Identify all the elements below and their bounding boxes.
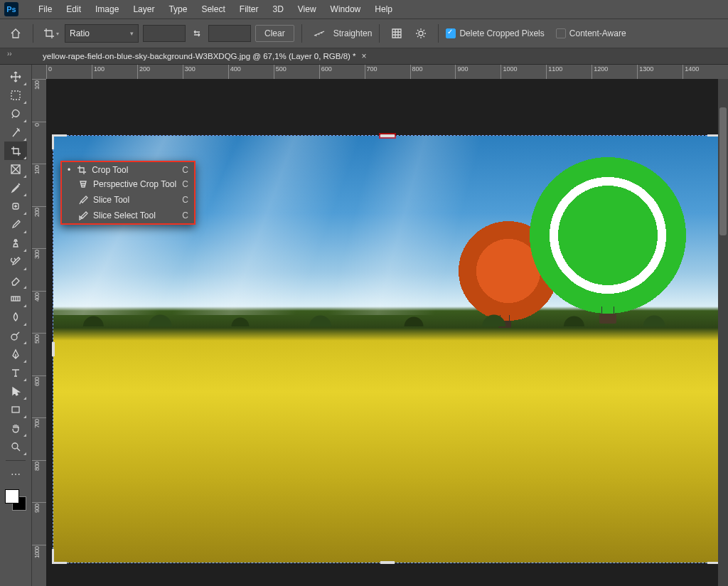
crop-handle-tl[interactable] xyxy=(52,134,67,149)
lasso-tool[interactable] xyxy=(4,105,27,123)
divider xyxy=(6,460,26,461)
ratio-preset-dropdown[interactable]: Ratio ▾ xyxy=(65,24,139,43)
type-tool[interactable] xyxy=(4,363,27,382)
healing-brush-tool[interactable] xyxy=(4,197,27,215)
app-logo: Ps xyxy=(4,2,18,16)
crop-handle-top[interactable] xyxy=(380,134,395,137)
straighten-icon[interactable] xyxy=(309,23,329,43)
menu-bar: Ps File Edit Image Layer Type Select Fil… xyxy=(0,0,728,18)
flyout-perspective-crop-tool[interactable]: Perspective Crop Tool C xyxy=(62,176,194,192)
scrollbar-thumb[interactable] xyxy=(719,107,727,235)
delete-cropped-checkbox[interactable]: Delete Cropped Pixels xyxy=(446,28,544,38)
document-canvas[interactable] xyxy=(46,79,728,586)
divider xyxy=(438,24,439,43)
svg-rect-6 xyxy=(12,407,19,412)
crop-handle-bl[interactable] xyxy=(52,549,67,564)
slice-select-icon xyxy=(77,211,89,220)
menu-filter[interactable]: Filter xyxy=(232,0,266,18)
vertical-ruler[interactable]: 100 0 100 200 300 400 500 600 700 800 90… xyxy=(32,79,47,586)
collapse-chevron-icon[interactable]: ›› xyxy=(7,50,12,58)
crop-height-input[interactable] xyxy=(208,25,251,42)
divider xyxy=(33,24,33,43)
options-bar: ▾ Ratio ▾ Clear Straighten Delete Croppe… xyxy=(0,18,728,48)
vertical-scrollbar[interactable] xyxy=(718,79,728,586)
svg-rect-1 xyxy=(11,91,20,100)
path-selection-tool[interactable] xyxy=(4,382,27,400)
content-aware-checkbox[interactable]: Content-Aware xyxy=(556,28,626,38)
menu-image[interactable]: Image xyxy=(88,0,126,18)
crop-icon xyxy=(76,165,87,175)
flyout-slice-tool[interactable]: Slice Tool C xyxy=(62,192,194,208)
eraser-tool[interactable] xyxy=(4,271,27,289)
overlay-grid-button[interactable] xyxy=(387,23,407,43)
menu-select[interactable]: Select xyxy=(194,0,232,18)
horizontal-ruler[interactable]: 0 100 200 300 400 500 600 700 800 900 10… xyxy=(46,65,728,80)
flyout-slice-select-tool[interactable]: Slice Select Tool C xyxy=(62,208,194,223)
blur-tool[interactable] xyxy=(4,308,27,326)
slice-icon xyxy=(77,195,89,205)
brush-tool[interactable] xyxy=(4,215,27,234)
pen-tool[interactable] xyxy=(4,345,27,363)
crop-tool[interactable] xyxy=(4,142,27,160)
menu-layer[interactable]: Layer xyxy=(126,0,161,18)
menu-3d[interactable]: 3D xyxy=(265,0,290,18)
menu-window[interactable]: Window xyxy=(323,0,368,18)
crop-width-input[interactable] xyxy=(143,25,186,42)
clear-button[interactable]: Clear xyxy=(255,25,294,42)
marquee-tool[interactable] xyxy=(4,86,27,105)
dodge-tool[interactable] xyxy=(4,326,27,345)
history-brush-tool[interactable] xyxy=(4,252,27,271)
document-tab-strip: yellow-rape-field-on-blue-sky-background… xyxy=(0,48,728,65)
tools-panel: ⋯ xyxy=(0,65,32,586)
ruler-origin[interactable] xyxy=(32,65,47,80)
balloon-basket xyxy=(599,314,616,324)
checkbox-checked-icon xyxy=(446,28,456,38)
swap-dimensions-button[interactable] xyxy=(190,23,204,43)
edit-toolbar-button[interactable]: ⋯ xyxy=(4,465,27,484)
divider xyxy=(379,24,380,43)
frame-tool[interactable] xyxy=(4,160,27,179)
foreground-color[interactable] xyxy=(5,489,19,504)
svg-point-0 xyxy=(419,31,423,36)
checkbox-icon xyxy=(556,28,566,38)
crop-tool-icon[interactable]: ▾ xyxy=(41,23,60,43)
divider xyxy=(301,24,302,43)
svg-point-5 xyxy=(11,334,17,340)
straighten-label: Straighten xyxy=(333,28,373,38)
menu-help[interactable]: Help xyxy=(368,0,400,18)
crop-handle-left[interactable] xyxy=(52,342,55,356)
crop-options-gear-icon[interactable] xyxy=(411,23,431,43)
zoom-tool[interactable] xyxy=(4,437,27,456)
document-title: yellow-rape-field-on-blue-sky-background… xyxy=(43,52,356,60)
rectangle-tool[interactable] xyxy=(4,400,27,419)
menu-view[interactable]: View xyxy=(291,0,323,18)
gradient-tool[interactable] xyxy=(4,289,27,308)
balloon-basket xyxy=(498,321,511,328)
menu-type[interactable]: Type xyxy=(161,0,194,18)
hand-tool[interactable] xyxy=(4,419,27,437)
svg-point-7 xyxy=(12,443,18,449)
perspective-crop-icon xyxy=(77,179,89,189)
crop-handle-bottom[interactable] xyxy=(380,561,395,564)
ratio-label: Ratio xyxy=(70,28,90,38)
menu-edit[interactable]: Edit xyxy=(59,0,88,18)
crop-tool-flyout: Crop Tool C Perspective Crop Tool C Slic… xyxy=(60,161,196,225)
flyout-crop-tool[interactable]: Crop Tool C xyxy=(62,162,194,178)
clone-stamp-tool[interactable] xyxy=(4,234,27,252)
color-swatches[interactable] xyxy=(5,489,26,511)
document-tab[interactable]: yellow-rape-field-on-blue-sky-background… xyxy=(36,48,374,64)
menu-file[interactable]: File xyxy=(31,0,59,18)
home-button[interactable] xyxy=(6,23,26,43)
eyedropper-tool[interactable] xyxy=(4,179,27,197)
canvas-area: 0 100 200 300 400 500 600 700 800 900 10… xyxy=(32,65,728,586)
magic-wand-tool[interactable] xyxy=(4,123,27,142)
close-tab-icon[interactable]: × xyxy=(362,51,367,61)
move-tool[interactable] xyxy=(4,68,27,86)
